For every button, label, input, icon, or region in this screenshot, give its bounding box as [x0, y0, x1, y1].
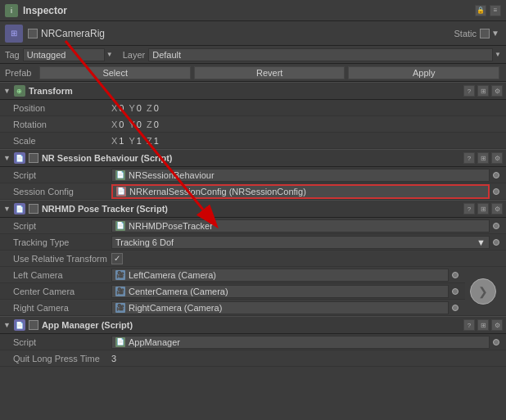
scale-z-value: 1: [154, 136, 159, 146]
nrhmd-script-value-field: 📄 NRHMDPoseTracker: [111, 219, 490, 233]
prefab-label: Prefab: [5, 68, 31, 78]
lock-button[interactable]: 🔒: [475, 5, 486, 16]
transform-ref-button[interactable]: ⊞: [477, 85, 489, 97]
tracking-type-dropdown[interactable]: Tracking 6 Dof ▼: [111, 236, 490, 249]
rotation-row: Rotation X 0 Y 0 Z 0: [0, 116, 506, 133]
transform-icon: ⊕: [14, 85, 25, 97]
menu-button[interactable]: ≡: [490, 5, 501, 16]
app-manager-active-checkbox[interactable]: [29, 320, 38, 330]
nrhmd-info-button[interactable]: ?: [463, 203, 475, 215]
session-config-value-field[interactable]: 📄 NRKernalSessionConfig (NRSessionConfig…: [111, 184, 490, 199]
nrhmd-script-value: NRHMDPoseTracker: [129, 221, 213, 231]
object-name: NRCameraRig: [41, 28, 454, 39]
left-camera-icon: 🎥: [115, 270, 125, 280]
right-camera-value: RightCamera (Camera): [129, 303, 222, 313]
title-bar: i Inspector 🔒 ≡: [0, 0, 506, 21]
nrhmd-section-header: ▼ 📄 NRHMD Pose Tracker (Script) ? ⊞ ⚙: [0, 200, 506, 218]
left-camera-circle[interactable]: [452, 272, 459, 278]
transform-title: Transform: [29, 86, 463, 96]
prefab-row: Prefab Select Revert Apply: [0, 64, 506, 82]
right-camera-icon: 🎥: [115, 303, 125, 313]
pos-x-label: X: [111, 103, 117, 113]
center-camera-icon: 🎥: [115, 287, 125, 296]
transform-info-button[interactable]: ?: [463, 85, 475, 97]
scale-y-value: 1: [137, 136, 142, 146]
session-config-value: NRKernalSessionConfig (NRSessionConfig): [129, 187, 306, 196]
prefab-revert-button[interactable]: Revert: [194, 66, 346, 79]
nrhmd-script-circle[interactable]: [493, 223, 499, 229]
transform-section-header: ▼ ⊕ Transform ? ⊞ ⚙: [0, 82, 506, 100]
app-manager-script-value: AppManager: [129, 337, 180, 347]
nr-session-script-value: NRSessionBehaviour: [129, 170, 215, 180]
left-camera-value-field: 🎥 LeftCamera (Camera): [111, 269, 449, 282]
static-label: Static: [454, 29, 477, 38]
nr-session-info-button[interactable]: ?: [463, 152, 475, 164]
nrhmd-script-label: Script: [13, 221, 111, 231]
layer-dropdown[interactable]: Default: [148, 48, 493, 61]
nr-session-script-label: Script: [13, 170, 111, 180]
nr-session-collapse-arrow[interactable]: ▼: [3, 154, 11, 162]
cameras-expand-button[interactable]: ❯: [470, 278, 496, 305]
session-config-label: Session Config: [13, 187, 111, 196]
app-manager-ref-button[interactable]: ⊞: [477, 319, 489, 331]
rot-x-value: 0: [119, 120, 124, 129]
nrhmd-active-checkbox[interactable]: [29, 204, 38, 214]
nrhmd-ref-button[interactable]: ⊞: [477, 203, 489, 215]
position-label: Position: [13, 103, 111, 113]
tag-dropdown[interactable]: Untagged: [23, 48, 105, 61]
scale-x-label: X: [111, 136, 117, 146]
static-checkbox[interactable]: [480, 29, 490, 38]
static-dropdown-arrow[interactable]: ▼: [491, 29, 501, 38]
nrhmd-menu-button[interactable]: ⚙: [491, 203, 503, 215]
object-active-checkbox[interactable]: [28, 29, 38, 38]
right-camera-circle[interactable]: [452, 305, 459, 311]
center-camera-label: Center Camera: [13, 287, 111, 296]
quit-long-press-label: Quit Long Press Time: [13, 354, 111, 364]
scale-y-label: Y: [129, 136, 134, 146]
app-manager-icon: 📄: [14, 319, 25, 331]
scale-label: Scale: [13, 136, 111, 146]
app-manager-script-circle[interactable]: [493, 339, 499, 345]
use-relative-checkbox[interactable]: ✓: [111, 253, 123, 264]
quit-long-press-row: Quit Long Press Time 3: [0, 350, 506, 367]
nrhmd-icon: 📄: [14, 203, 25, 215]
scale-x-value: 1: [119, 136, 124, 146]
center-camera-value: CenterCamera (Camera): [129, 287, 228, 296]
position-row: Position X 0 Y 0 Z 0: [0, 100, 506, 116]
session-config-circle[interactable]: [493, 188, 499, 195]
tracking-type-row: Tracking Type Tracking 6 Dof ▼: [0, 234, 506, 251]
pos-z-label: Z: [147, 103, 152, 113]
use-relative-row: Use Relative Transform ✓: [0, 251, 506, 267]
nr-session-title: NR Session Behaviour (Script): [42, 153, 463, 163]
inspector-icon: i: [5, 4, 18, 17]
session-config-row: Session Config 📄 NRKernalSessionConfig (…: [0, 183, 506, 200]
right-camera-value-field: 🎥 RightCamera (Camera): [111, 301, 449, 314]
pos-x-value: 0: [119, 103, 124, 113]
transform-collapse-arrow[interactable]: ▼: [3, 87, 11, 95]
app-manager-collapse-arrow[interactable]: ▼: [3, 321, 11, 329]
center-camera-circle[interactable]: [452, 288, 459, 295]
object-header: ⊞ NRCameraRig Static ▼: [0, 21, 506, 46]
session-config-icon: 📄: [116, 187, 126, 196]
tracking-type-value: Tracking 6 Dof: [115, 237, 174, 247]
pos-y-value: 0: [137, 103, 142, 113]
prefab-select-button[interactable]: Select: [39, 66, 191, 79]
nr-session-active-checkbox[interactable]: [29, 153, 38, 163]
rot-y-value: 0: [137, 120, 142, 129]
app-manager-info-button[interactable]: ?: [463, 319, 475, 331]
app-manager-script-row: Script 📄 AppManager: [0, 334, 506, 350]
nr-session-ref-button[interactable]: ⊞: [477, 152, 489, 164]
transform-menu-button[interactable]: ⚙: [491, 85, 503, 97]
tracking-type-circle[interactable]: [493, 239, 499, 246]
object-icon: ⊞: [5, 25, 23, 43]
nr-session-menu-button[interactable]: ⚙: [491, 152, 503, 164]
nr-session-script-circle[interactable]: [493, 172, 499, 178]
right-camera-row: Right Camera 🎥 RightCamera (Camera): [0, 300, 465, 316]
nrhmd-script-icon: 📄: [115, 221, 125, 231]
app-manager-menu-button[interactable]: ⚙: [491, 319, 503, 331]
nrhmd-collapse-arrow[interactable]: ▼: [3, 205, 11, 213]
quit-long-press-value: 3: [111, 354, 116, 364]
scale-row: Scale X 1 Y 1 Z 1: [0, 133, 506, 149]
rot-x-label: X: [111, 120, 117, 129]
prefab-apply-button[interactable]: Apply: [348, 66, 499, 79]
